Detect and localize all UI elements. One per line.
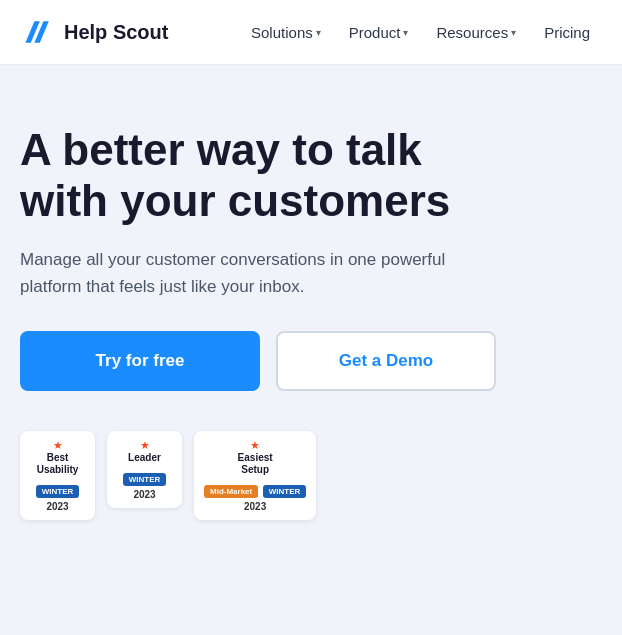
badges-row: ★ BestUsability WINTER 2023 ★ Leader WIN…	[20, 431, 602, 520]
badge-leader: ★ Leader WINTER 2023	[107, 431, 182, 508]
badge-title-1: BestUsability	[30, 452, 85, 476]
hero-subtext: Manage all your customer conversations i…	[20, 246, 500, 300]
nav-pricing-label: Pricing	[544, 24, 590, 41]
try-for-free-button[interactable]: Try for free	[20, 331, 260, 391]
badge-title-3: EasiestSetup	[204, 452, 306, 476]
cta-buttons: Try for free Get a Demo	[20, 331, 602, 391]
hero-headline: A better way to talk with your customers	[20, 125, 510, 226]
nav-links: Solutions ▾ Product ▾ Resources ▾ Pricin…	[239, 16, 602, 49]
badge-season-3: Mid-Market	[204, 485, 258, 498]
badge-season-2: WINTER	[123, 473, 167, 486]
g2-star-icon: ★	[30, 439, 85, 452]
badge-year-3: 2023	[204, 501, 306, 512]
logo-link[interactable]: Help Scout	[20, 14, 168, 50]
nav-product-label: Product	[349, 24, 401, 41]
badge-season-1: WINTER	[36, 485, 80, 498]
g2-star-icon: ★	[117, 439, 172, 452]
badge-easiest-setup: ★ EasiestSetup Mid-Market WINTER 2023	[194, 431, 316, 520]
badge-title-2: Leader	[117, 452, 172, 464]
nav-item-solutions[interactable]: Solutions ▾	[239, 16, 333, 49]
badge-year-2: 2023	[117, 489, 172, 500]
hero-section: A better way to talk with your customers…	[0, 65, 622, 550]
chevron-down-icon: ▾	[403, 27, 408, 38]
logo-text: Help Scout	[64, 21, 168, 44]
navbar: Help Scout Solutions ▾ Product ▾ Resourc…	[0, 0, 622, 65]
nav-item-product[interactable]: Product ▾	[337, 16, 421, 49]
logo-icon	[20, 14, 56, 50]
chevron-down-icon: ▾	[316, 27, 321, 38]
nav-item-resources[interactable]: Resources ▾	[424, 16, 528, 49]
nav-resources-label: Resources	[436, 24, 508, 41]
nav-item-pricing[interactable]: Pricing	[532, 16, 602, 49]
chevron-down-icon: ▾	[511, 27, 516, 38]
nav-solutions-label: Solutions	[251, 24, 313, 41]
badge-best-usability: ★ BestUsability WINTER 2023	[20, 431, 95, 520]
badge-year-1: 2023	[30, 501, 85, 512]
get-a-demo-button[interactable]: Get a Demo	[276, 331, 496, 391]
badge-season-3b: WINTER	[263, 485, 307, 498]
g2-star-icon: ★	[204, 439, 306, 452]
